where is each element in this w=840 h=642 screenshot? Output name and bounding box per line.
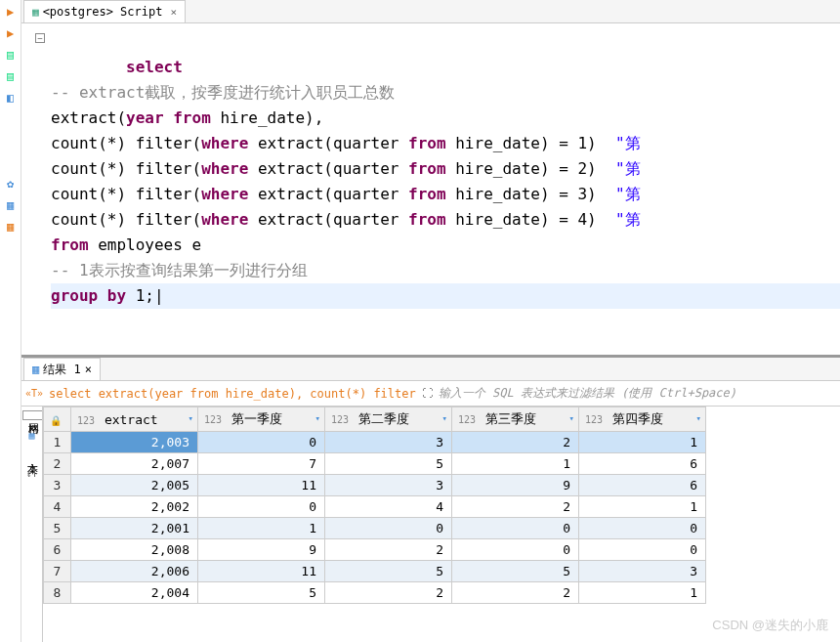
tt-icon[interactable]: «T» [25, 388, 43, 399]
table-row[interactable]: 82,0045221 [44, 582, 706, 604]
results-grid[interactable]: 🔒123 extract▾123 第一季度▾123 第二季度▾123 第三季度▾… [43, 407, 840, 642]
side-tab-grid[interactable]: 网格 [22, 410, 42, 420]
cell[interactable]: 2,005 [71, 475, 198, 496]
cell[interactable]: 6 [579, 475, 706, 496]
cell[interactable]: 11 [198, 561, 325, 582]
doc-icon-2[interactable]: ▤ [3, 68, 19, 84]
row-number[interactable]: 5 [44, 518, 71, 539]
tdown-icon: ↓T [25, 468, 37, 479]
column-header[interactable]: 123 第四季度▾ [579, 407, 706, 432]
row-number[interactable]: 6 [44, 539, 71, 561]
cell[interactable]: 5 [325, 453, 452, 475]
cell[interactable]: 2 [452, 582, 579, 604]
cell[interactable]: 6 [579, 453, 706, 475]
grid-small-icon: ▦ [28, 430, 34, 441]
left-toolbar: ▶ ▶ ▤ ▤ ◧ ✿ ▦ ▦ [0, 0, 21, 642]
cell[interactable]: 0 [579, 518, 706, 539]
cell[interactable]: 0 [198, 496, 325, 518]
column-header[interactable]: 123 第三季度▾ [452, 407, 579, 432]
cell[interactable]: 2 [325, 582, 452, 604]
run-icon[interactable]: ▶ [3, 4, 19, 20]
side-tabs: 网格 ▦ 文本 ↓T [21, 407, 43, 642]
tab-title: <postgres> Script [43, 5, 163, 19]
editor-tab-bar: ▦ <postgres> Script × [21, 0, 840, 23]
row-number[interactable]: 8 [44, 582, 71, 604]
cell[interactable]: 2,001 [71, 518, 198, 539]
cell[interactable]: 11 [198, 475, 325, 496]
cell[interactable]: 0 [452, 518, 579, 539]
side-tab-text[interactable]: 文本 [22, 450, 41, 458]
cell[interactable]: 4 [325, 496, 452, 518]
cell[interactable]: 1 [452, 453, 579, 475]
cell[interactable]: 2 [325, 539, 452, 561]
table-row[interactable]: 42,0020421 [44, 496, 706, 518]
results-tab-label: 结果 1 [43, 362, 80, 378]
table-row[interactable]: 62,0089200 [44, 539, 706, 561]
table-row[interactable]: 22,0077516 [44, 453, 706, 475]
row-number[interactable]: 1 [44, 432, 71, 453]
close-icon[interactable]: × [170, 6, 177, 19]
cell[interactable]: 5 [325, 561, 452, 582]
cell[interactable]: 2,006 [71, 561, 198, 582]
row-number[interactable]: 4 [44, 496, 71, 518]
cell[interactable]: 7 [198, 453, 325, 475]
cell[interactable]: 0 [325, 518, 452, 539]
run-script-icon[interactable]: ▶ [3, 25, 19, 41]
cell[interactable]: 2,007 [71, 453, 198, 475]
cell[interactable]: 1 [579, 582, 706, 604]
expand-icon[interactable]: ⛶ [422, 387, 433, 400]
cell[interactable]: 5 [452, 561, 579, 582]
blue-icon[interactable]: ◧ [3, 90, 19, 106]
results-panel: ▦ 结果 1 × «T» select extract(year from hi… [21, 356, 840, 642]
cell[interactable]: 2,002 [71, 496, 198, 518]
script-icon: ▦ [32, 6, 39, 19]
corner-cell: 🔒 [44, 407, 71, 432]
filter-bar: «T» select extract(year from hire_date),… [21, 381, 840, 407]
cell[interactable]: 2 [452, 496, 579, 518]
cell[interactable]: 1 [579, 432, 706, 453]
cell[interactable]: 1 [579, 496, 706, 518]
filter-input[interactable]: 输入一个 SQL 表达式来过滤结果 (使用 Ctrl+Space) [439, 385, 836, 402]
cell[interactable]: 3 [579, 561, 706, 582]
cell[interactable]: 9 [452, 475, 579, 496]
cell[interactable]: 3 [325, 432, 452, 453]
table-row[interactable]: 52,0011000 [44, 518, 706, 539]
cell[interactable]: 2,004 [71, 582, 198, 604]
gear-icon[interactable]: ✿ [3, 176, 19, 192]
cell[interactable]: 0 [579, 539, 706, 561]
db-icon-1[interactable]: ▦ [3, 197, 19, 213]
cell[interactable]: 2,008 [71, 539, 198, 561]
column-header[interactable]: 123 第一季度▾ [198, 407, 325, 432]
cell[interactable]: 2 [452, 432, 579, 453]
cell[interactable]: 0 [452, 539, 579, 561]
cell[interactable]: 0 [198, 432, 325, 453]
column-header[interactable]: 123 extract▾ [71, 407, 198, 432]
row-number[interactable]: 3 [44, 475, 71, 496]
cell[interactable]: 5 [198, 582, 325, 604]
column-header[interactable]: 123 第二季度▾ [325, 407, 452, 432]
watermark: CSDN @迷失的小鹿 [712, 617, 828, 634]
cell[interactable]: 3 [325, 475, 452, 496]
sql-editor[interactable]: −select -- extract截取，按季度进行统计入职员工总数 extra… [21, 23, 840, 355]
grid-icon: ▦ [32, 363, 39, 376]
table-row[interactable]: 32,00511396 [44, 475, 706, 496]
sql-preview: select extract(year from hire_date), cou… [49, 387, 416, 401]
row-number[interactable]: 7 [44, 561, 71, 582]
row-number[interactable]: 2 [44, 453, 71, 475]
results-tab[interactable]: ▦ 结果 1 × [23, 358, 101, 380]
cell[interactable]: 1 [198, 518, 325, 539]
table-row[interactable]: 12,0030321 [44, 432, 706, 453]
table-row[interactable]: 72,00611553 [44, 561, 706, 582]
cell[interactable]: 9 [198, 539, 325, 561]
close-icon[interactable]: × [85, 363, 92, 376]
doc-icon-1[interactable]: ▤ [3, 47, 19, 63]
db-icon-2[interactable]: ▦ [3, 219, 19, 235]
cell[interactable]: 2,003 [71, 432, 198, 453]
fold-icon[interactable]: − [35, 33, 45, 43]
results-tab-bar: ▦ 结果 1 × [21, 358, 840, 381]
editor-tab[interactable]: ▦ <postgres> Script × [23, 0, 186, 22]
